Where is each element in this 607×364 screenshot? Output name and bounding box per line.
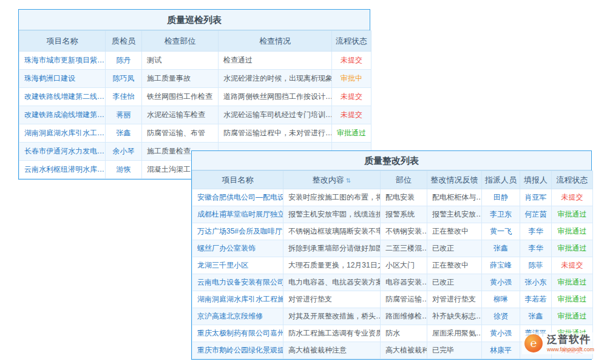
- cell-person: 蒋丽: [106, 106, 142, 124]
- cell-person: 陈丹: [106, 52, 142, 70]
- cell-text: 不锈钢安装…: [381, 223, 427, 240]
- table-row[interactable]: 改建铁路成渝线增建第…蒋丽水泥砼运输车检查水泥砼运输车司机经过专门培训…未提交: [19, 106, 371, 124]
- table-row[interactable]: 安徽合肥供电公司—配电设备…安装时应按施工图的布置，将…配电安装配电柜柜体与…田…: [192, 189, 593, 206]
- table-row[interactable]: 成都杜甫草堂临时展厅独立展…报警主机安放牢固，线缆连接…报警系统报警主机安放…李…: [192, 206, 593, 223]
- cell-text: 铁丝网围挡工作检查: [142, 88, 219, 106]
- column-header-label: 整改内容: [313, 175, 344, 184]
- project-link[interactable]: 龙湖三千里小区: [192, 257, 283, 274]
- cell-text: 小区大门: [381, 257, 427, 274]
- project-link[interactable]: 京沪高速北京段维修: [192, 308, 283, 325]
- project-link[interactable]: 云南水利枢纽潜明水库…: [19, 161, 106, 179]
- cell-person: 张小东: [520, 274, 552, 291]
- cell-person: 黄小强: [482, 325, 520, 342]
- table-row[interactable]: 湖南洞庭湖水库引水工程施工时对管进行垫支防腐管运输…对管进行垫支柳琳李若若审批通…: [192, 291, 593, 308]
- project-link[interactable]: 重庆市鹅岭公园绿化景观提升…: [192, 342, 283, 359]
- table-row[interactable]: 螺丝厂办公室装饰拆除到承重墙部分请做好加固…二至三楼混…已改正张鑫李华审批通过: [192, 240, 593, 257]
- cell-text: 屋面采用聚氨…: [427, 325, 482, 342]
- column-header-label: 检查情况: [259, 36, 291, 46]
- project-link[interactable]: 珠海鹤洲口建设: [19, 70, 106, 88]
- inspection-list-title: 质量巡检列表: [19, 10, 370, 30]
- project-link[interactable]: 重庆太极制药有限公司嘉州中…: [192, 325, 283, 342]
- cell-text: 不锈钢边框玻璃隔断安装不牢…: [283, 223, 381, 240]
- cell-person: 何芷茵: [520, 206, 552, 223]
- cell-person: 薛宝峰: [482, 257, 520, 274]
- project-link[interactable]: 改建铁路成渝线增建第…: [19, 106, 106, 124]
- cell-text: 正在整改中: [427, 257, 482, 274]
- cell-text: 施工质量事故: [142, 70, 219, 88]
- column-header: 流程状态: [552, 171, 593, 189]
- sort-icon[interactable]: ⇅: [346, 177, 351, 184]
- cell-text: 报警主机安放牢固，线缆连接…: [283, 206, 381, 223]
- cell-text: 检查通过: [219, 52, 332, 70]
- project-link[interactable]: 云南电力设备安装有限公司20…: [192, 274, 283, 291]
- cell-text: 防水工程施工选调有专业资质…: [283, 325, 381, 342]
- logo-url-text: www.fanpusoft.com: [547, 346, 594, 352]
- project-link[interactable]: 螺丝厂办公室装饰: [192, 240, 283, 257]
- cell-text: 报警主机安放…: [427, 206, 482, 223]
- cell-status: 未提交: [332, 52, 371, 70]
- cell-text: 高大植被栽种注意: [283, 342, 381, 359]
- cell-text: 防腐管运输过程中，未对管进行…: [219, 124, 332, 143]
- fanpusoft-logo: ℮ 泛普软件 www.fanpusoft.com: [522, 332, 599, 354]
- cell-status: 未提交: [552, 257, 593, 274]
- fanpusoft-logo-icon: ℮: [524, 334, 543, 352]
- column-header-label: 填报人: [524, 175, 548, 184]
- cell-status: 未提交: [552, 189, 593, 206]
- cell-person: 余小琴: [106, 143, 142, 161]
- table-row[interactable]: 湖南洞庭湖水库引水工…张鑫防腐管运输、布管防腐管运输过程中，未对管进行…审批通过: [19, 124, 371, 143]
- cell-person: 张鑫: [520, 308, 552, 325]
- table-row[interactable]: 改建铁路线增建第二线…李佳怡铁丝网围挡工作检查道路两侧铁丝网围挡工作按设计…未提…: [19, 88, 371, 106]
- cell-person: 肖亚军: [520, 189, 552, 206]
- project-link[interactable]: 长春市伊通河水力发电…: [19, 143, 106, 161]
- column-header-label: 质检员: [112, 36, 135, 46]
- column-header[interactable]: 整改内容⇅: [283, 171, 381, 189]
- column-header-label: 整改情况反馈: [431, 175, 478, 184]
- project-link[interactable]: 改建铁路线增建第二线…: [19, 88, 106, 106]
- cell-person: 柳琳: [482, 291, 520, 308]
- table-row[interactable]: 万达广场35#会所及咖啡厅空…不锈钢边框玻璃隔断安装不牢…不锈钢安装…正在整改中…: [192, 223, 593, 240]
- cell-text: 电力电容器、电抗器安装方案,…: [283, 274, 381, 291]
- project-link[interactable]: 安徽合肥供电公司—配电设备…: [192, 189, 283, 206]
- cell-text: 高大植被栽种: [381, 342, 427, 359]
- cell-person: 黄一飞: [482, 223, 520, 240]
- cell-person: 陈菲: [520, 257, 552, 274]
- cell-text: 道路两侧铁丝网围挡工作按设计…: [219, 88, 332, 106]
- cell-text: 二至三楼混…: [381, 240, 427, 257]
- project-link[interactable]: 湖南洞庭湖水库引水工…: [19, 124, 106, 143]
- rectification-list-panel: 质量整改列表 项目名称整改内容⇅部位整改情况反馈指派人员填报人流程状态 安徽合肥…: [191, 150, 592, 360]
- column-header-label: 项目名称: [47, 36, 78, 46]
- column-header: 质检员: [106, 31, 142, 52]
- cell-text: 安装时应按施工图的布置，将…: [283, 189, 381, 206]
- cell-text: 防水: [381, 325, 427, 342]
- column-header: 指派人员: [482, 171, 520, 189]
- column-header-label: 流程状态: [557, 175, 588, 184]
- cell-status: 审批通过: [552, 206, 593, 223]
- cell-text: 已改正: [427, 274, 482, 291]
- cell-text: 测试: [142, 52, 219, 70]
- cell-text: 水泥砼运输车司机经过专门培训…: [219, 106, 332, 124]
- column-header: 项目名称: [192, 171, 283, 189]
- column-header: 流程状态: [332, 31, 371, 52]
- column-header: 填报人: [520, 171, 552, 189]
- cell-status: 未提交: [332, 88, 371, 106]
- cell-text: 水泥砼灌注的时候，出现离析现象: [219, 70, 332, 88]
- cell-status: 审批通过: [552, 291, 593, 308]
- table-row[interactable]: 珠海市城市更新项目紫…陈丹测试检查通过未提交: [19, 52, 371, 70]
- table-row[interactable]: 龙湖三千里小区大理石质量更换，12月31日之…小区大门正在整改中薛宝峰陈菲未提交: [192, 257, 593, 274]
- cell-person: 陈巧凤: [106, 70, 142, 88]
- project-link[interactable]: 湖南洞庭湖水库引水工程施工时: [192, 291, 283, 308]
- cell-person: 李卫东: [482, 206, 520, 223]
- cell-text: 已完毕: [427, 342, 482, 359]
- table-row[interactable]: 京沪高速北京段维修对其及开展整改措施，桥头…路面维修检…补齐缺失标志…徐贤张鑫审…: [192, 308, 593, 325]
- project-link[interactable]: 万达广场35#会所及咖啡厅空…: [192, 223, 283, 240]
- column-header-label: 项目名称: [222, 175, 254, 184]
- table-row[interactable]: 云南电力设备安装有限公司20…电力电容器、电抗器安装方案,…电容器安装…已改正黄…: [192, 274, 593, 291]
- cell-person: 李华: [520, 240, 552, 257]
- table-row[interactable]: 珠海鹤洲口建设陈巧凤施工质量事故水泥砼灌注的时候，出现离析现象审批中: [19, 70, 371, 88]
- cell-status: 审批中: [332, 70, 371, 88]
- cell-status: 审批通过: [552, 274, 593, 291]
- project-link[interactable]: 成都杜甫草堂临时展厅独立展…: [192, 206, 283, 223]
- project-link[interactable]: 珠海市城市更新项目紫…: [19, 52, 106, 70]
- cell-status: 审批通过: [552, 308, 593, 325]
- column-header: 部位: [381, 171, 427, 189]
